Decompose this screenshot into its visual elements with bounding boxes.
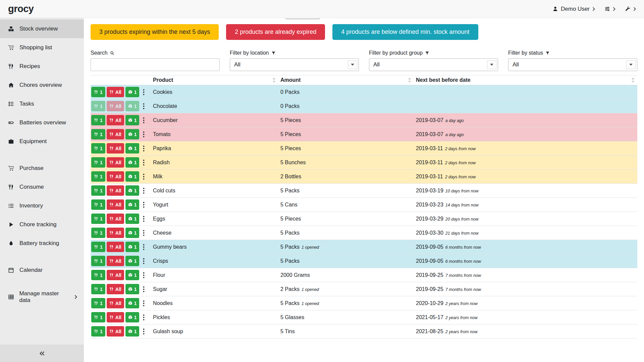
sidebar-item-chore-tracking[interactable]: Chore tracking [0, 215, 84, 234]
consume-all-button[interactable]: All [107, 129, 124, 139]
row-menu-button[interactable] [141, 257, 147, 265]
open-one-button[interactable]: 1 [125, 312, 140, 322]
expired-products-alert[interactable]: 2 products are already expired [226, 24, 325, 40]
consume-all-button[interactable]: All [107, 256, 124, 266]
open-one-button[interactable]: 1 [125, 326, 140, 337]
sidebar-item-manage-master-data[interactable]: Manage master data [0, 288, 84, 306]
open-one-button[interactable]: 1 [125, 143, 140, 154]
column-header-product[interactable]: Product [151, 77, 278, 83]
consume-all-button[interactable]: All [107, 298, 124, 308]
column-header-next-best-before-date[interactable]: Next best before date [414, 77, 637, 83]
consume-one-button[interactable]: 1 [91, 171, 105, 182]
consume-one-button[interactable]: 1 [91, 101, 105, 111]
consume-all-button[interactable]: All [107, 101, 124, 111]
open-one-button[interactable]: 1 [125, 101, 140, 111]
consume-all-button[interactable]: All [107, 157, 124, 168]
row-menu-button[interactable] [141, 243, 147, 251]
row-menu-button[interactable] [141, 229, 147, 237]
sidebar-item-consume[interactable]: Consume [0, 178, 84, 196]
open-one-button[interactable]: 1 [125, 298, 140, 308]
consume-all-button[interactable]: All [107, 87, 124, 97]
row-menu-button[interactable] [141, 117, 147, 124]
location-filter-select[interactable]: All [230, 58, 359, 71]
consume-one-button[interactable]: 1 [91, 185, 105, 196]
row-menu-button[interactable] [141, 103, 147, 110]
consume-all-button[interactable]: All [107, 270, 124, 280]
consume-all-button[interactable]: All [107, 185, 124, 196]
expiring-products-alert[interactable]: 3 products expiring within the next 5 da… [91, 24, 219, 40]
consume-one-button[interactable]: 1 [91, 143, 105, 154]
open-one-button[interactable]: 1 [125, 284, 140, 294]
row-menu-button[interactable] [141, 88, 147, 96]
consume-one-button[interactable]: 1 [91, 228, 105, 238]
row-menu-button[interactable] [141, 173, 147, 180]
row-menu-button[interactable] [141, 201, 147, 208]
row-menu-button[interactable] [141, 286, 147, 293]
consume-one-button[interactable]: 1 [91, 298, 105, 308]
row-menu-button[interactable] [141, 145, 147, 152]
sidebar-item-recipes[interactable]: Recipes [0, 57, 84, 76]
open-one-button[interactable]: 1 [125, 199, 140, 210]
open-one-button[interactable]: 1 [125, 129, 140, 139]
consume-all-button[interactable]: All [107, 143, 124, 154]
row-menu-button[interactable] [141, 314, 147, 321]
search-input[interactable] [91, 58, 220, 71]
consume-all-button[interactable]: All [107, 171, 124, 182]
consume-one-button[interactable]: 1 [91, 326, 105, 337]
open-one-button[interactable]: 1 [125, 242, 140, 252]
consume-one-button[interactable]: 1 [91, 214, 105, 224]
consume-all-button[interactable]: All [107, 242, 124, 252]
row-menu-button[interactable] [141, 159, 147, 166]
product-group-filter-select[interactable]: All [369, 58, 498, 71]
open-one-button[interactable]: 1 [125, 87, 140, 97]
consume-one-button[interactable]: 1 [91, 284, 105, 294]
consume-one-button[interactable]: 1 [91, 312, 105, 322]
sidebar-item-battery-tracking[interactable]: Battery tracking [0, 234, 84, 253]
app-logo[interactable]: grocy [8, 3, 34, 14]
sidebar-item-chores-overview[interactable]: Chores overview [0, 76, 84, 95]
consume-one-button[interactable]: 1 [91, 115, 105, 125]
consume-all-button[interactable]: All [107, 312, 124, 322]
sidebar-item-equipment[interactable]: Equipment [0, 132, 84, 151]
consume-one-button[interactable]: 1 [91, 157, 105, 168]
sidebar-item-purchase[interactable]: Purchase [0, 159, 84, 178]
open-one-button[interactable]: 1 [125, 256, 140, 266]
below-min-stock-alert[interactable]: 4 products are below defined min. stock … [332, 24, 478, 40]
status-filter-select[interactable]: All [508, 58, 637, 71]
consume-one-button[interactable]: 1 [91, 129, 105, 139]
consume-all-button[interactable]: All [107, 115, 124, 125]
consume-all-button[interactable]: All [107, 199, 124, 210]
open-one-button[interactable]: 1 [125, 185, 140, 196]
consume-all-button[interactable]: All [107, 228, 124, 238]
row-menu-button[interactable] [141, 328, 147, 335]
consume-one-button[interactable]: 1 [91, 87, 105, 97]
row-menu-button[interactable] [141, 272, 147, 279]
sidebar-collapse-button[interactable] [0, 345, 84, 362]
open-one-button[interactable]: 1 [125, 171, 140, 182]
user-menu[interactable]: Demo User [552, 6, 595, 12]
consume-one-button[interactable]: 1 [91, 199, 105, 210]
open-one-button[interactable]: 1 [125, 270, 140, 280]
settings-menu[interactable] [604, 6, 615, 12]
sidebar-item-tasks[interactable]: Tasks [0, 95, 84, 113]
sidebar-item-stock-overview[interactable]: Stock overview [0, 19, 84, 38]
sidebar-item-batteries-overview[interactable]: Batteries overview [0, 113, 84, 132]
row-menu-button[interactable] [141, 300, 147, 307]
open-one-button[interactable]: 1 [125, 214, 140, 224]
row-menu-button[interactable] [141, 131, 147, 138]
consume-all-button[interactable]: All [107, 326, 124, 337]
consume-one-button[interactable]: 1 [91, 242, 105, 252]
row-menu-button[interactable] [141, 187, 147, 194]
open-one-button[interactable]: 1 [125, 115, 140, 125]
consume-one-button[interactable]: 1 [91, 256, 105, 266]
consume-all-button[interactable]: All [107, 284, 124, 294]
consume-all-button[interactable]: All [107, 214, 124, 224]
column-header-amount[interactable]: Amount [278, 77, 414, 83]
open-one-button[interactable]: 1 [125, 157, 140, 168]
open-one-button[interactable]: 1 [125, 228, 140, 238]
admin-menu[interactable] [625, 6, 636, 12]
row-menu-button[interactable] [141, 215, 147, 223]
sidebar-item-inventory[interactable]: Inventory [0, 196, 84, 215]
sidebar-item-shopping-list[interactable]: Shopping list [0, 38, 84, 57]
sidebar-item-calendar[interactable]: Calendar [0, 261, 84, 280]
